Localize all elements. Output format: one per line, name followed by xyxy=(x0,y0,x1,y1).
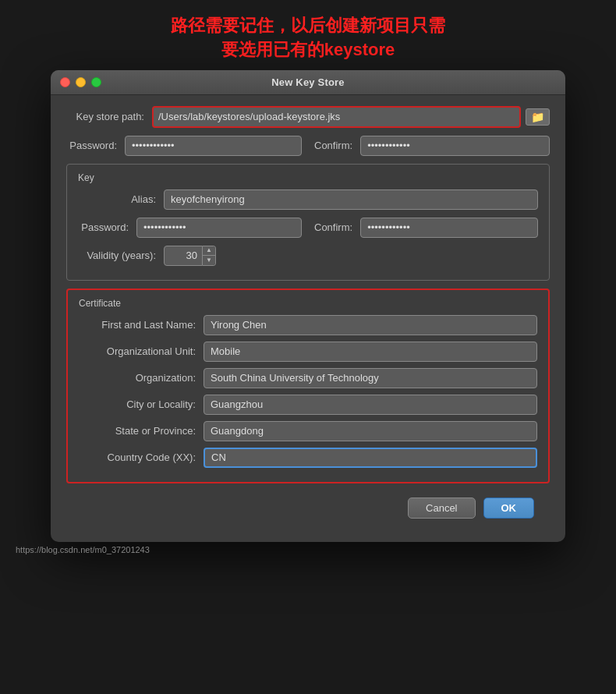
cert-row-5: Country Code (XX): xyxy=(79,448,537,468)
cert-input-0[interactable] xyxy=(204,315,537,335)
cert-row-1: Organizational Unit: xyxy=(79,342,537,362)
cert-row-4: State or Province: xyxy=(79,421,537,441)
key-confirm-label: Confirm: xyxy=(314,221,360,233)
confirm-group: Confirm: xyxy=(314,136,550,156)
certificate-section: Certificate First and Last Name: Organiz… xyxy=(66,289,550,483)
validity-row: Validity (years): ▲ ▼ xyxy=(78,246,538,266)
cert-input-2[interactable] xyxy=(204,368,537,388)
cert-label-0: First and Last Name: xyxy=(79,319,204,331)
alias-row: Alias: xyxy=(78,189,538,210)
key-password-group: Password: xyxy=(78,218,302,238)
annotation-line2: 要选用已有的keystore xyxy=(221,40,395,59)
password-group: Password: xyxy=(66,136,302,156)
cert-label-2: Organization: xyxy=(79,372,204,384)
cert-label-5: Country Code (XX): xyxy=(79,451,204,463)
alias-input[interactable] xyxy=(164,189,538,210)
password-row: Password: Confirm: xyxy=(66,136,550,156)
cert-label-4: State or Province: xyxy=(79,425,204,437)
key-password-input[interactable] xyxy=(136,218,302,238)
title-bar: New Key Store xyxy=(51,70,565,95)
validity-label: Validity (years): xyxy=(78,250,164,261)
cert-input-4[interactable] xyxy=(204,421,537,441)
annotation-text: 路径需要记住，以后创建新项目只需 要选用已有的keystore xyxy=(27,14,589,62)
cert-input-3[interactable] xyxy=(204,395,537,415)
key-section: Key Alias: Password: Confirm: Validity xyxy=(66,164,550,281)
keystore-path-input[interactable] xyxy=(158,111,515,122)
url-bar: https://blog.csdn.net/m0_37201243 xyxy=(0,545,150,554)
keystore-path-wrapper xyxy=(152,106,521,128)
dialog-title: New Key Store xyxy=(271,76,345,88)
validity-input[interactable] xyxy=(164,246,203,266)
maximize-button[interactable] xyxy=(91,77,101,87)
keystore-path-row: Key store path: 📁 xyxy=(66,106,550,128)
password-label: Password: xyxy=(66,140,125,151)
close-button[interactable] xyxy=(60,77,70,87)
dialog-window: New Key Store Key store path: 📁 Password… xyxy=(51,70,565,542)
dialog-footer: Cancel OK xyxy=(66,493,550,529)
cert-input-5[interactable] xyxy=(204,448,537,468)
confirm-label: Confirm: xyxy=(314,140,360,151)
cert-row-2: Organization: xyxy=(79,368,537,388)
certificate-title: Certificate xyxy=(79,298,537,309)
key-confirm-group: Confirm: xyxy=(314,218,538,238)
key-section-title: Key xyxy=(78,172,538,183)
key-password-row: Password: Confirm: xyxy=(78,218,538,238)
browse-folder-button[interactable]: 📁 xyxy=(526,108,550,126)
validity-increment[interactable]: ▲ xyxy=(203,246,215,257)
validity-spinner: ▲ ▼ xyxy=(203,246,216,266)
validity-wrapper: ▲ ▼ xyxy=(164,246,216,266)
key-password-label: Password: xyxy=(78,221,136,233)
alias-label: Alias: xyxy=(78,193,164,205)
cert-label-3: City or Locality: xyxy=(79,398,204,410)
cert-label-1: Organizational Unit: xyxy=(79,345,204,357)
cert-input-1[interactable] xyxy=(204,342,537,362)
password-input[interactable] xyxy=(125,136,302,156)
cert-row-0: First and Last Name: xyxy=(79,315,537,335)
keystore-path-label: Key store path: xyxy=(66,111,152,122)
ok-button[interactable]: OK xyxy=(483,497,535,519)
minimize-button[interactable] xyxy=(76,77,86,87)
annotation-line1: 路径需要记住，以后创建新项目只需 xyxy=(171,16,445,35)
traffic-lights xyxy=(60,77,101,87)
confirm-input[interactable] xyxy=(360,136,550,156)
cancel-button[interactable]: Cancel xyxy=(408,497,475,519)
validity-decrement[interactable]: ▼ xyxy=(203,256,215,265)
dialog-body: Key store path: 📁 Password: Confirm: Key… xyxy=(51,95,565,542)
cert-row-3: City or Locality: xyxy=(79,395,537,415)
key-confirm-input[interactable] xyxy=(360,218,538,238)
